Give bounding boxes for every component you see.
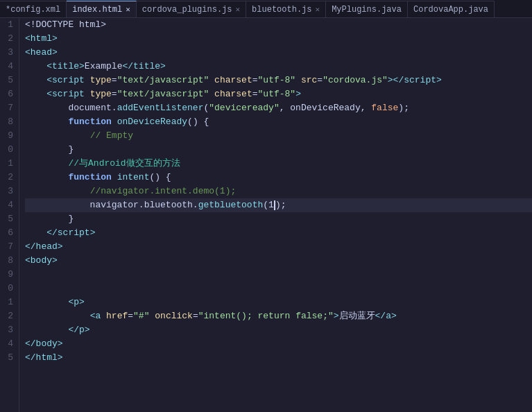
line-num-2: 2 [3,32,13,46]
code-token: = [252,74,258,87]
code-token: = [317,74,323,87]
code-line-9: // Empty [25,129,532,143]
line-num-17: 7 [3,240,13,254]
tab-cordovaapp-label: CordovaApp.java [413,5,488,15]
code-line-15: } [25,212,532,226]
code-token: //navigator.intent.demo(1); [90,184,237,198]
tab-bluetooth[interactable]: bluetooth.js ✕ [246,1,326,17]
code-token: = [112,74,117,87]
line-num-14: 4 [3,198,13,212]
code-token [25,295,68,309]
line-num-24: 4 [3,337,13,351]
code-token: </script> [46,226,95,240]
line-num-12: 2 [3,171,13,184]
code-token: } [25,212,74,226]
code-token [25,323,68,337]
code-token: <html> [25,32,58,46]
code-token: ); [275,198,286,212]
code-line-10: } [25,143,532,157]
code-token: </a> [375,309,397,323]
code-token [25,87,46,101]
line-num-7: 7 [3,101,13,115]
tab-config[interactable]: *config.xml [0,1,67,17]
code-token: intent [117,171,150,184]
code-token: //与Android做交互的方法 [68,157,180,171]
code-line-22: <a href="#" onclick="intent(); return fa… [25,309,532,323]
code-token: (1 [263,198,274,212]
code-token: </body> [25,337,63,351]
code-token: charset [214,87,252,101]
code-token [112,115,117,129]
line-num-10: 0 [3,143,13,157]
line-num-4: 4 [3,60,13,74]
code-token: = [252,87,258,101]
line-num-6: 6 [3,87,13,101]
code-token: function [68,171,111,184]
code-token [209,87,214,101]
code-token: "deviceready" [209,101,279,115]
code-token: } [25,143,74,157]
code-token: onclick [155,309,193,323]
code-line-1: <!DOCTYPE html> [25,18,532,32]
code-token: "intent(); return false;" [198,309,334,323]
code-token: = [112,87,117,101]
code-token [295,74,301,87]
editor: 1 2 3 4 5 6 7 8 9 0 1 2 3 4 5 6 7 8 9 0 … [0,18,532,412]
code-line-12: function intent() { [25,171,532,184]
line-num-23: 3 [3,323,13,337]
line-num-22: 2 [3,309,13,323]
line-num-15: 5 [3,212,13,226]
code-token: charset [214,74,252,87]
code-line-16: </script> [25,226,532,240]
line-num-5: 5 [3,74,13,87]
code-token [25,184,90,198]
code-token: <a [90,309,106,323]
code-token: () { [187,115,209,129]
tab-cordova-close[interactable]: ✕ [235,5,240,14]
line-num-11: 1 [3,157,13,171]
code-token: type [90,74,112,87]
code-token: > [334,309,339,323]
code-line-24: </body> [25,337,532,351]
code-token: </head> [25,240,63,254]
code-token [25,129,90,143]
code-token: = [128,309,133,323]
line-num-8: 8 [3,115,13,129]
tab-index[interactable]: index.html ✕ [67,1,137,17]
code-line-3: <head> [25,46,532,60]
code-token: </title> [122,60,165,74]
line-num-21: 1 [3,295,13,309]
code-token: </p> [68,323,89,337]
code-token: function [68,115,111,129]
code-token: "cordova.js" [323,74,388,87]
tab-index-close[interactable]: ✕ [126,5,130,14]
code-area[interactable]: <!DOCTYPE html> <html> <head> <title>Exa… [19,18,532,412]
code-token [112,171,117,184]
tab-bluetooth-close[interactable]: ✕ [316,5,320,14]
code-token: ></script> [388,74,442,87]
code-token [149,309,155,323]
code-token: getbluetooth [198,198,264,212]
code-token: src [301,74,317,87]
code-token: <!DOCTYPE html> [25,18,106,32]
code-line-5: <script type="text/javascript" charset="… [25,74,532,87]
code-token: document. [25,101,117,115]
code-token: href [106,309,128,323]
code-token [25,268,31,282]
line-num-3: 3 [3,46,13,60]
tab-cordova[interactable]: cordova_plugins.js ✕ [137,1,246,17]
code-token: <script [46,74,89,87]
code-token: <body> [25,254,58,268]
code-token: <script [46,87,89,101]
code-token: ( [203,101,209,115]
tab-cordovaapp[interactable]: CordovaApp.java [408,1,495,17]
code-token: "utf-8" [258,74,296,87]
code-token: "#" [133,309,149,323]
code-line-14: navigator.bluetooth.getbluetooth(1); [25,198,532,212]
code-token: addEventListener [117,101,204,115]
code-token: <head> [25,46,58,60]
code-token: , onDeviceReady, [280,101,372,115]
code-token [25,171,68,184]
code-line-13: //navigator.intent.demo(1); [25,184,532,198]
tab-myplugins[interactable]: MyPlugins.java [326,1,408,17]
